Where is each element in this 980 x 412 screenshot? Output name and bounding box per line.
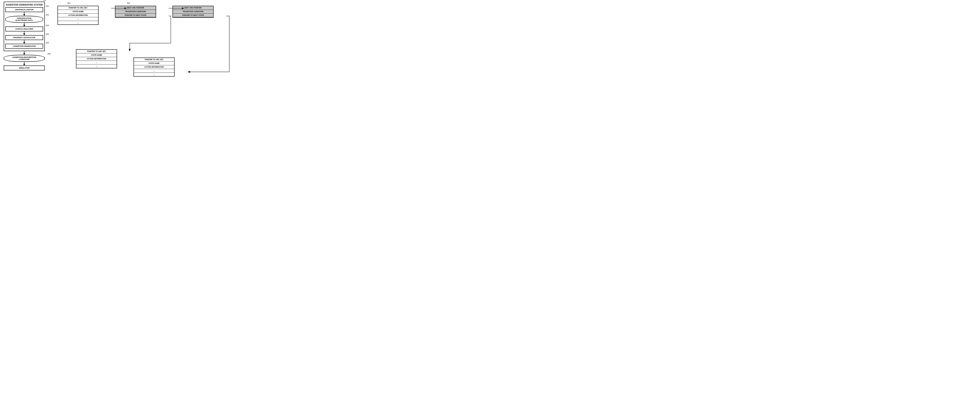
row-dots-1b: ... (58, 21, 98, 24)
row-action-info-1: ACTION INFORMATION (58, 14, 98, 17)
row-ptr-next-state-2: POINTER TO NEXT STATE (115, 14, 156, 17)
num-201: 201 (46, 5, 49, 7)
graphical-editor-box: GRAPHICAL EDITOR (5, 7, 43, 12)
num-202: 202 (46, 14, 49, 16)
state-node-top-left: POINTER TO ARC SET STATE NAME ACTION INF… (57, 6, 99, 25)
row-dots-5a: ... (134, 69, 174, 73)
state-node-bottom-left: POINTER TO ARC SET STATE NAME ACTION INF… (76, 49, 117, 68)
arrow-6 (24, 62, 24, 64)
row-transition-cond-2: TRANSITION CONDITION (115, 10, 156, 14)
arrow-4 (24, 40, 24, 42)
graphical-editor-label: GRAPHICAL EDITOR (15, 9, 33, 11)
arrowhead-6 (23, 64, 25, 65)
system-label: ASSERTION GENERATING SYSTEM (5, 4, 43, 6)
arrow-1 (24, 12, 24, 14)
number-207: 207 (43, 0, 46, 1)
num-203: 203 (46, 24, 49, 27)
arrowhead-4 (23, 42, 25, 44)
row-action-info-4: ACTION INFORMATION (76, 57, 117, 61)
row-next-arc-ptr-2: NEXT ARC POINTER (115, 6, 156, 10)
right-diagram: 301 302 POINTER TO ARC SET STATE NAME AC… (49, 2, 243, 103)
row-transition-cond-3: TRANSITION CONDITION (173, 10, 213, 14)
num-205: 205 (46, 42, 49, 44)
num-204: 204 (46, 33, 49, 35)
arrow-3 (24, 32, 24, 33)
assertion-generator-label: ASSERTION GENERATOR (13, 45, 36, 47)
arrowhead-1 (23, 14, 25, 16)
row-action-info-5: ACTION INFORMATION (134, 65, 174, 69)
label-301: 301 (67, 2, 70, 4)
row-state-name-4: STATE NAME (76, 53, 117, 57)
row-state-name-5: STATE NAME (134, 62, 174, 65)
arrow-5 (24, 51, 24, 53)
assertion-desc-label: ASSERTION DESCRIPTIONLANGUAGE (12, 56, 37, 60)
assertion-desc-box: ASSERTION DESCRIPTIONLANGUAGE (4, 55, 45, 62)
arrow-2 (24, 23, 24, 25)
row-next-arc-ptr-3: NEXT ARC POINTER (173, 6, 213, 10)
arrowhead-3 (23, 33, 25, 35)
arrowhead-5 (23, 53, 25, 55)
property-extractor-box: PROPERTY EXTRACTOR (5, 35, 43, 40)
state-node-top-right: NEXT ARC POINTER TRANSITION CONDITION PO… (172, 6, 213, 17)
row-dots-5b: ... (134, 73, 174, 76)
row-dots-4a: ... (76, 61, 117, 65)
label-302: 302 (127, 2, 130, 4)
arrowhead-2 (23, 25, 25, 27)
syntax-analyzer-label: SYNTAX ANALYZER (15, 28, 33, 30)
assertion-generator-box: ASSERTION GENERATOR (5, 44, 43, 49)
simulator-label: SIMULATOR (19, 67, 30, 69)
row-ptr-arcset-5: POINTER TO ARC SET (134, 58, 174, 62)
row-dots-1a: ... (58, 17, 98, 21)
state-node-bottom-right: POINTER TO ARC SET STATE NAME ACTION INF… (134, 57, 175, 76)
state-node-top-middle: NEXT ARC POINTER TRANSITION CONDITION PO… (115, 6, 156, 17)
row-ptr-arcset-4: POINTER TO ARC SET (76, 50, 117, 53)
row-state-name-1: STATE NAME (58, 10, 98, 14)
row-ptr-next-state-3: POINTER TO NEXT STATE (173, 14, 213, 17)
syntax-analyzer-box: SYNTAX ANALYZER (5, 27, 43, 32)
property-extractor-label: PROPERTY EXTRACTOR (13, 37, 35, 38)
row-ptr-arcset-1: POINTER TO ARC SET (58, 6, 98, 10)
spec-data-label: SPECIFICATIONELECTRONIC DATA (16, 17, 33, 21)
simulator-box: SIMULATOR (4, 65, 45, 70)
left-diagram: 207 ASSERTION GENERATING SYSTEM 201 GRAP… (4, 2, 45, 70)
assertion-generating-system-box: ASSERTION GENERATING SYSTEM 201 GRAPHICA… (4, 2, 45, 51)
row-dots-4b: ... (76, 65, 117, 68)
spec-data-box: SPECIFICATIONELECTRONIC DATA (5, 16, 43, 23)
